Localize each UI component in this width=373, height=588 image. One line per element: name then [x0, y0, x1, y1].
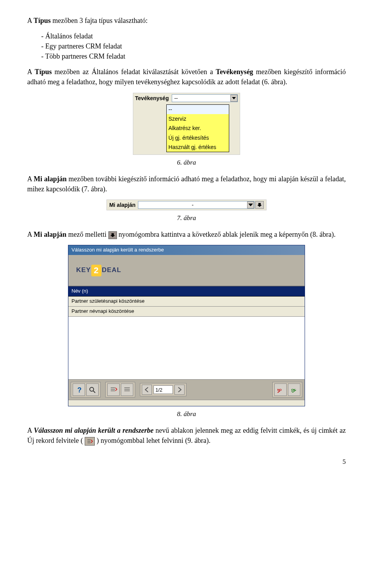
list-item: Több partneres CRM feladat — [41, 51, 346, 61]
dropdown-arrow-icon[interactable] — [230, 95, 237, 102]
dialog-title-bar: Válasszon mi alapján került a rendszerbe — [68, 245, 305, 255]
option-item[interactable]: Szerviz — [167, 114, 229, 123]
search-button[interactable] — [86, 383, 99, 396]
type-options-list: Általános feladat Egy partneres CRM fela… — [27, 31, 346, 61]
svg-point-1 — [90, 387, 94, 391]
option-item[interactable]: Új gj. értékesítés — [167, 133, 229, 142]
fig7-caption: 7. ábra — [27, 213, 346, 223]
pager: 1/2 — [140, 383, 186, 396]
mi-alapjan-select[interactable]: - — [138, 201, 254, 209]
dialog-banner: KEY 2 DEAL — [68, 255, 305, 286]
paragraph-valasszon: A Válasszon mi alapján került a rendszer… — [27, 425, 346, 446]
page-number: 5 — [27, 457, 346, 467]
option-item[interactable]: -- — [167, 105, 229, 114]
option-item[interactable]: Használt gj. értékes — [167, 142, 229, 152]
help-button[interactable]: ? — [73, 383, 85, 396]
new-record-button[interactable] — [107, 383, 120, 396]
pager-display: 1/2 — [153, 385, 173, 394]
new-record-icon — [85, 437, 95, 446]
paragraph-mi-alapjan-button: A Mi alapján mező melletti nyomógombra k… — [27, 229, 346, 239]
fig8-caption: 8. ábra — [27, 409, 346, 419]
paragraph-tevekenyseg: A Típus mezőben az Általános feladat kiv… — [27, 67, 346, 87]
grid-header[interactable]: Név (n) — [68, 286, 305, 297]
paragraph-tipus: A Típus mezőben 3 fajta típus választhat… — [27, 16, 346, 26]
dialog-status-bar — [68, 400, 305, 406]
list-item: Egy partneres CRM feladat — [41, 41, 346, 51]
ok-button[interactable]: OK — [288, 383, 300, 396]
paragraph-mi-alapjan: A Mi alapján mezőben további kiegészítő … — [27, 174, 346, 194]
tevekenyseg-select[interactable]: -- — [172, 94, 238, 102]
table-row[interactable]: Partner névnapi köszöntése — [68, 307, 305, 317]
pager-prev-button[interactable] — [142, 385, 152, 395]
mi-alapjan-field-row: Mi alapján - — [106, 199, 267, 210]
no-button[interactable]: NO — [274, 383, 287, 396]
svg-line-2 — [93, 391, 95, 393]
dropdown-arrow-icon[interactable] — [247, 201, 254, 208]
mi-alapjan-lookup-button[interactable] — [255, 201, 264, 209]
valasszon-dialog: Válasszon mi alapján került a rendszerbe… — [68, 245, 305, 406]
fig6-caption: 6. ábra — [27, 158, 346, 168]
list-button[interactable] — [121, 383, 133, 396]
lookup-arrow-icon — [108, 231, 117, 239]
dialog-toolbar: ? 1/2 NO OK — [68, 379, 305, 400]
table-row[interactable]: Partner születésnapi köszöntése — [68, 297, 305, 307]
pager-next-button[interactable] — [174, 385, 185, 395]
option-item[interactable]: Alkatrész ker. — [167, 123, 229, 133]
tevekenyseg-label: Tevékenység — [135, 94, 169, 102]
dialog-grid: Név (n) Partner születésnapi köszöntése … — [68, 286, 305, 379]
mi-alapjan-label: Mi alapján — [109, 201, 136, 209]
svg-text:?: ? — [77, 386, 82, 393]
key2deal-logo: KEY 2 DEAL — [76, 265, 121, 276]
tevekenyseg-options: -- Szerviz Alkatrész ker. Új gj. értékes… — [166, 104, 229, 152]
tevekenyseg-dropdown: Tevékenység -- -- Szerviz Alkatrész ker.… — [133, 93, 241, 155]
list-item: Általános feladat — [41, 31, 346, 41]
